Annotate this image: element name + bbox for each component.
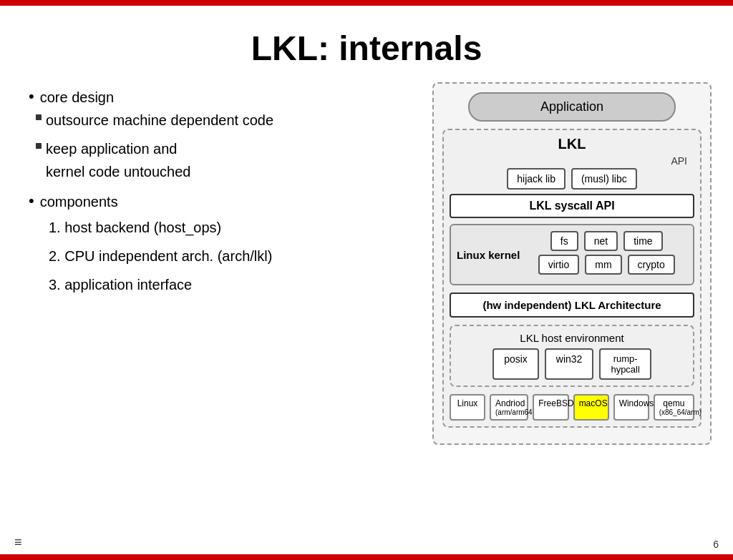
bullet-text-1: core design bbox=[40, 86, 114, 109]
lkl-section: LKL API hijack lib (musl) libc LKL sysca… bbox=[442, 129, 702, 428]
os-row: Linux Andriod(arm/arm64) FreeBSD macOS W… bbox=[450, 394, 694, 421]
host-env-title: LKL host environment bbox=[457, 332, 687, 344]
api-label: API bbox=[450, 155, 694, 167]
mm-box: mm bbox=[585, 255, 621, 275]
numbered-item-3: 3. application interface bbox=[49, 273, 418, 296]
main-content: • core design outsource machine dependen… bbox=[0, 82, 733, 445]
api-boxes-row: hijack lib (musl) libc bbox=[450, 168, 694, 190]
application-box: Application bbox=[468, 92, 676, 122]
hamburger-icon[interactable]: ≡ bbox=[14, 535, 22, 550]
page-title: LKL: internals bbox=[0, 21, 733, 68]
list-item-core-design: • core design outsource machine dependen… bbox=[29, 86, 418, 183]
host-backends: posix win32 rump- hypcall bbox=[457, 348, 687, 380]
hw-arch-box: (hw independent) LKL Architecture bbox=[450, 293, 694, 318]
posix-box: posix bbox=[492, 348, 539, 380]
qemu-os-box: qemu(x86_64/arm) bbox=[654, 394, 694, 421]
rump-hypcall-box: rump- hypcall bbox=[599, 348, 651, 380]
lkl-diagram: Application LKL API hijack lib (musl) li… bbox=[432, 82, 712, 445]
sub-bullet-2: keep application andkernel code untouche… bbox=[36, 137, 418, 183]
linux-kernel-label: Linux kernel bbox=[457, 249, 520, 261]
musl-libc-box: (musl) libc bbox=[571, 168, 637, 190]
virtio-box: virtio bbox=[538, 255, 580, 275]
host-env-section: LKL host environment posix win32 rump- h… bbox=[450, 325, 694, 387]
lkl-title: LKL bbox=[450, 136, 694, 152]
windows-os-box: Windows bbox=[613, 394, 649, 421]
sub-bullet-text-1: outsource machine dependent code bbox=[46, 109, 273, 132]
net-box: net bbox=[584, 231, 618, 251]
crypto-box: crypto bbox=[628, 255, 675, 275]
freebsd-os-box: FreeBSD bbox=[533, 394, 568, 421]
kernel-row-2: virtio mm crypto bbox=[525, 255, 687, 275]
right-panel: Application LKL API hijack lib (musl) li… bbox=[432, 82, 712, 445]
win32-box: win32 bbox=[545, 348, 594, 380]
square-bullet-icon-2 bbox=[36, 143, 42, 149]
bullet-dot-2: • bbox=[29, 190, 34, 212]
fs-box: fs bbox=[550, 231, 578, 251]
sub-bullet-1: outsource machine dependent code bbox=[36, 109, 418, 132]
bullet-dot-1: • bbox=[29, 86, 34, 108]
macos-os-box: macOS bbox=[573, 394, 609, 421]
top-border bbox=[0, 0, 733, 6]
hijack-lib-box: hijack lib bbox=[507, 168, 565, 190]
list-item-components: • components 1. host backend (host_ops) … bbox=[29, 190, 418, 296]
square-bullet-icon-1 bbox=[36, 114, 42, 120]
android-os-box: Andriod(arm/arm64) bbox=[490, 394, 528, 421]
bullet-text-2: components bbox=[40, 190, 118, 213]
syscall-api-box: LKL syscall API bbox=[450, 194, 694, 218]
time-box: time bbox=[623, 231, 662, 251]
kernel-row-1: fs net time bbox=[525, 231, 687, 251]
numbered-item-1: 1. host backend (host_ops) bbox=[49, 216, 418, 239]
numbered-item-2: 2. CPU independent arch. (arch/lkl) bbox=[49, 245, 418, 267]
page-number: 6 bbox=[713, 539, 719, 550]
bottom-border bbox=[0, 554, 733, 560]
linux-kernel-section: Linux kernel fs net time virtio mm crypt… bbox=[450, 224, 694, 285]
kernel-modules: fs net time virtio mm crypto bbox=[525, 231, 687, 278]
linux-os-box: Linux bbox=[450, 394, 485, 421]
left-panel: • core design outsource machine dependen… bbox=[21, 82, 418, 445]
sub-bullet-text-2: keep application andkernel code untouche… bbox=[46, 137, 190, 183]
